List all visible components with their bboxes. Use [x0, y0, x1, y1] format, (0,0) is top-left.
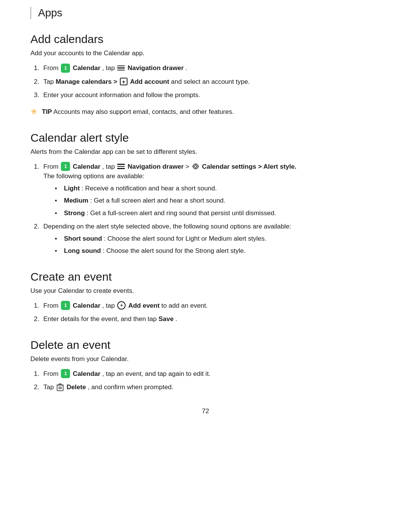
step-text: . — [185, 64, 187, 72]
calendar-label-3: Calendar — [73, 302, 100, 309]
section-create-event: Create an event Use your Calendar to cre… — [30, 270, 381, 324]
step-delete-1: From 1 Calendar , tap an event, and tap … — [41, 369, 381, 379]
step-text: Enter your account information and follo… — [43, 91, 200, 99]
calendar-icon-2: 1 — [61, 162, 70, 171]
section-intro-add-calendars: Add your accounts to the Calendar app. — [30, 50, 381, 57]
bullet-bold: Short sound — [64, 235, 102, 242]
tip-text: TIP Accounts may also support email, con… — [42, 107, 234, 117]
section-delete-event: Delete an event Delete events from your … — [30, 339, 381, 392]
section-add-calendars: Add calendars Add your accounts to the C… — [30, 33, 381, 117]
bullet-long-sound: Long sound : Choose the alert sound for … — [62, 246, 381, 256]
section-title-create-event: Create an event — [30, 270, 381, 283]
calendar-icon: 1 — [61, 64, 70, 73]
step-text: From — [43, 64, 60, 72]
page-header: Apps — [30, 7, 381, 19]
page-number: 72 — [30, 407, 381, 415]
step-text: Tap — [43, 383, 56, 391]
step-text: Tap — [43, 78, 56, 85]
section-calendar-alert-style: Calendar alert style Alerts from the Cal… — [30, 131, 381, 256]
page-title: Apps — [38, 7, 62, 19]
calendar-label-4: Calendar — [73, 370, 100, 377]
step-sub-intro: The following options are available: — [43, 173, 145, 180]
save-label: Save — [158, 315, 174, 323]
step-text: , tap an event, and tap again to edit it… — [102, 370, 210, 377]
section-title-delete-event: Delete an event — [30, 339, 381, 351]
calendar-settings-label: Calendar settings > Alert style. — [202, 163, 296, 170]
step-create-2: Enter details for the event, and then ta… — [41, 314, 381, 324]
nav-drawer-label-2: Navigation drawer — [127, 163, 183, 170]
step-delete-2: Tap Delete , and confirm when prompted. — [41, 382, 381, 392]
step-alert-2: Depending on the alert style selected ab… — [41, 222, 381, 256]
add-account-plus-icon: + — [120, 78, 127, 85]
step-alert-1: From 1 Calendar , tap Navigation drawer … — [41, 162, 381, 218]
bullet-bold: Strong — [64, 209, 85, 217]
step-text: , and confirm when prompted. — [88, 383, 174, 391]
step-text: , tap — [102, 302, 117, 309]
nav-drawer-icon-2 — [117, 163, 125, 169]
steps-add-calendars: From 1 Calendar , tap Navigation drawer … — [30, 63, 381, 100]
steps-create-event: From 1 Calendar , tap + Add event to add… — [30, 301, 381, 324]
nav-drawer-icon — [117, 65, 125, 71]
bullet-text: : Choose the alert sound for Light or Me… — [104, 235, 266, 242]
section-title-add-calendars: Add calendars — [30, 33, 381, 46]
page-container: Apps Add calendars Add your accounts to … — [0, 0, 411, 532]
step-text: From — [43, 302, 60, 309]
bullet-medium: Medium : Get a full screen alert and hea… — [62, 196, 381, 206]
step-text: . — [175, 315, 177, 323]
calendar-icon-4: 1 — [61, 369, 70, 378]
bullet-bold: Medium — [64, 197, 88, 204]
step-text: and select an account type. — [171, 78, 250, 85]
step-text: , tap — [102, 163, 117, 170]
step-add-cal-3: Enter your account information and follo… — [41, 90, 381, 100]
section-intro-create-event: Use your Calendar to create events. — [30, 287, 381, 295]
section-intro-delete-event: Delete events from your Calendar. — [30, 355, 381, 363]
sound-bullets: Short sound : Choose the alert sound for… — [43, 234, 381, 256]
step-text: , tap — [102, 64, 117, 72]
step-text: From — [43, 163, 60, 170]
add-event-label: Add event — [128, 302, 159, 309]
bullet-bold: Light — [64, 185, 80, 192]
bullet-text: : Choose the alert sound for the Strong … — [103, 247, 245, 254]
tip-icon: ✳ — [30, 107, 37, 117]
tip-label: TIP — [42, 108, 52, 115]
nav-drawer-label: Navigation drawer — [127, 64, 183, 72]
gear-icon — [192, 163, 199, 170]
section-title-alert-style: Calendar alert style — [30, 131, 381, 144]
bullet-text: : Get a full-screen alert and ring sound… — [87, 209, 276, 217]
bullet-text: : Receive a notification and hear a shor… — [81, 185, 217, 192]
calendar-icon-3: 1 — [61, 301, 70, 310]
bullet-bold: Long sound — [64, 247, 101, 254]
steps-alert-style: From 1 Calendar , tap Navigation drawer … — [30, 162, 381, 256]
step-text: Enter details for the event, and then ta… — [43, 315, 158, 323]
steps-delete-event: From 1 Calendar , tap an event, and tap … — [30, 369, 381, 392]
add-event-icon: + — [117, 301, 126, 310]
svg-point-0 — [194, 165, 197, 168]
step-text: From — [43, 370, 60, 377]
calendar-label: Calendar — [73, 64, 100, 72]
alert-style-bullets: Light : Receive a notification and hear … — [43, 184, 381, 218]
manage-calendars-label: Manage calendars > — [56, 78, 119, 85]
bullet-short-sound: Short sound : Choose the alert sound for… — [62, 234, 381, 244]
bullet-strong: Strong : Get a full-screen alert and rin… — [62, 208, 381, 218]
bullet-light: Light : Receive a notification and hear … — [62, 184, 381, 193]
delete-label: Delete — [67, 383, 86, 391]
calendar-label-2: Calendar — [73, 163, 100, 170]
trash-icon — [56, 383, 64, 391]
bullet-text: : Get a full screen alert and hear a sho… — [90, 197, 225, 204]
step-add-cal-1: From 1 Calendar , tap Navigation drawer … — [41, 63, 381, 73]
tip-content-text: Accounts may also support email, contact… — [53, 108, 234, 115]
add-account-label: Add account — [130, 78, 169, 85]
section-intro-alert-style: Alerts from the Calendar app can be set … — [30, 148, 381, 156]
step-create-1: From 1 Calendar , tap + Add event to add… — [41, 301, 381, 311]
step-add-cal-2: Tap Manage calendars > + Add account and… — [41, 77, 381, 87]
step-text: to add an event. — [161, 302, 208, 309]
step-text: > — [185, 163, 191, 170]
step-text: Depending on the alert style selected ab… — [43, 223, 291, 230]
tip-block: ✳ TIP Accounts may also support email, c… — [30, 107, 381, 117]
